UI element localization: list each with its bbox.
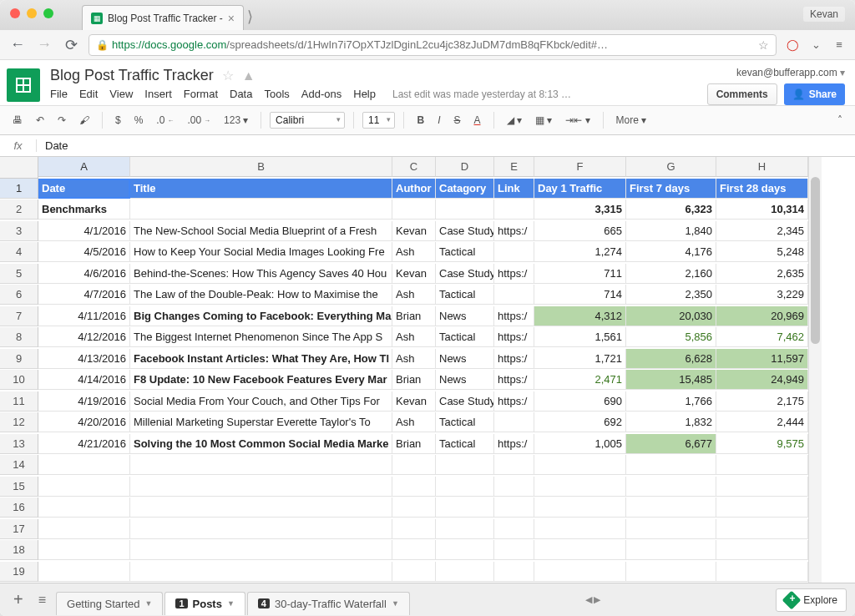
- browser-tab[interactable]: ▦ Blog Post Traffic Tracker - ×: [82, 5, 244, 30]
- menu-format[interactable]: Format: [184, 88, 218, 100]
- cell-title[interactable]: The New-School Social Media Blueprint of…: [130, 221, 392, 241]
- cell-empty[interactable]: [38, 497, 130, 518]
- header-cell[interactable]: First 28 days: [716, 179, 808, 199]
- cell-empty[interactable]: [626, 477, 716, 497]
- vertical-scrollbar[interactable]: [808, 157, 822, 583]
- cell-empty[interactable]: [716, 519, 808, 539]
- cell-d28[interactable]: 5,248: [716, 242, 808, 262]
- cell-empty[interactable]: [436, 497, 494, 518]
- cell-empty[interactable]: [716, 455, 808, 475]
- sheets-logo-icon[interactable]: [7, 68, 40, 102]
- cell-category[interactable]: Case Study: [436, 221, 494, 241]
- cell-empty[interactable]: [392, 455, 436, 475]
- header-cell[interactable]: Author: [392, 179, 436, 199]
- reload-button[interactable]: ⟳: [62, 36, 80, 54]
- cell-empty[interactable]: [534, 455, 626, 475]
- cell-d7[interactable]: 2,160: [626, 264, 716, 284]
- menu-edit[interactable]: Edit: [79, 88, 98, 100]
- cell-empty[interactable]: [436, 540, 494, 560]
- cell-empty[interactable]: [38, 519, 130, 539]
- collapse-toolbar-icon[interactable]: ˄: [833, 112, 847, 129]
- col-header-F[interactable]: F: [534, 157, 626, 177]
- benchmark-d1[interactable]: 3,315: [534, 199, 626, 220]
- cell-d28[interactable]: 2,175: [716, 391, 808, 412]
- cell-link[interactable]: https:/: [494, 327, 534, 347]
- cell-empty[interactable]: [534, 519, 626, 539]
- undo-icon[interactable]: ↶: [32, 112, 48, 129]
- cell-empty[interactable]: [392, 497, 436, 518]
- fill-color-icon[interactable]: ◢ ▾: [503, 112, 526, 129]
- new-tab-button[interactable]: ⟩: [247, 8, 253, 26]
- paint-format-icon[interactable]: 🖌: [75, 112, 94, 129]
- menu-data[interactable]: Data: [230, 88, 252, 100]
- cell-empty[interactable]: [38, 540, 130, 560]
- cell-d7[interactable]: 15,485: [626, 370, 716, 390]
- header-cell[interactable]: Catagory: [436, 179, 494, 199]
- cell-author[interactable]: Kevan: [392, 221, 436, 241]
- row-header[interactable]: 1: [0, 179, 38, 199]
- cell-d1[interactable]: 1,721: [534, 349, 626, 369]
- col-header-G[interactable]: G: [626, 157, 716, 177]
- more-toolbar[interactable]: More ▾: [612, 112, 650, 129]
- minimize-window-button[interactable]: [27, 8, 37, 18]
- cell-empty[interactable]: [626, 562, 716, 582]
- cell-empty[interactable]: [716, 540, 808, 560]
- cell-date[interactable]: 4/12/2016: [38, 327, 130, 347]
- document-title[interactable]: Blog Post Traffic Tracker: [50, 67, 214, 84]
- cell-d1[interactable]: 665: [534, 221, 626, 241]
- format-percent[interactable]: %: [130, 112, 148, 129]
- cell-empty[interactable]: [494, 540, 534, 560]
- address-bar[interactable]: 🔒 https://docs.google.com/spreadsheets/d…: [89, 34, 777, 56]
- header-cell[interactable]: Title: [130, 179, 392, 199]
- cell-empty[interactable]: [534, 562, 626, 582]
- menu-file[interactable]: File: [50, 88, 68, 100]
- cell-empty[interactable]: [494, 477, 534, 497]
- cell-author[interactable]: Kevan: [392, 264, 436, 284]
- bold-button[interactable]: B: [412, 112, 428, 129]
- col-header-H[interactable]: H: [716, 157, 808, 177]
- cell-author[interactable]: Ash: [392, 242, 436, 262]
- cell-d28[interactable]: 11,597: [716, 349, 808, 369]
- move-to-drive-icon[interactable]: ▲: [242, 68, 255, 83]
- benchmark-d28[interactable]: 10,314: [716, 199, 808, 220]
- cell-empty[interactable]: [38, 477, 130, 497]
- increase-decimal[interactable]: .00→: [183, 112, 215, 129]
- cell-category[interactable]: News: [436, 349, 494, 369]
- cell-category[interactable]: News: [436, 306, 494, 326]
- benchmarks-label[interactable]: Benchmarks: [38, 199, 130, 220]
- cell[interactable]: [392, 199, 436, 220]
- cell-d7[interactable]: 20,030: [626, 306, 716, 326]
- cell-link[interactable]: [494, 285, 534, 305]
- pocket-icon[interactable]: ⌄: [808, 38, 823, 53]
- spreadsheet-grid[interactable]: ABCDEFGH1DateTitleAuthorCatagoryLinkDay …: [0, 157, 855, 583]
- cell-link[interactable]: https:/: [494, 434, 534, 454]
- cell-title[interactable]: How to Keep Your Social Media Images Loo…: [130, 242, 392, 262]
- cell-d1[interactable]: 2,471: [534, 370, 626, 390]
- cell-empty[interactable]: [392, 562, 436, 582]
- sheet-tab-menu-icon[interactable]: ▼: [144, 599, 152, 608]
- cell-title[interactable]: The Biggest Internet Phenomenon Since Th…: [130, 327, 392, 347]
- close-tab-icon[interactable]: ×: [228, 12, 235, 25]
- cell-link[interactable]: [494, 412, 534, 432]
- cell-title[interactable]: Solving the 10 Most Common Social Media …: [130, 434, 392, 454]
- cell[interactable]: [130, 199, 392, 220]
- header-cell[interactable]: Link: [494, 179, 534, 199]
- cell-d28[interactable]: 9,575: [716, 434, 808, 454]
- close-window-button[interactable]: [10, 8, 20, 18]
- menu-view[interactable]: View: [109, 88, 133, 100]
- cell-d1[interactable]: 711: [534, 264, 626, 284]
- cell-d7[interactable]: 1,766: [626, 391, 716, 412]
- cell-d7[interactable]: 4,176: [626, 242, 716, 262]
- add-sheet-button[interactable]: +: [8, 590, 28, 609]
- cell-empty[interactable]: [38, 455, 130, 475]
- redo-icon[interactable]: ↷: [53, 112, 70, 129]
- cell-title[interactable]: Behind-the-Scenes: How This Agency Saves…: [130, 264, 392, 284]
- cell-category[interactable]: Tactical: [436, 412, 494, 432]
- header-cell[interactable]: First 7 days: [626, 179, 716, 199]
- cell-empty[interactable]: [626, 455, 716, 475]
- col-header-B[interactable]: B: [130, 157, 392, 177]
- cell-d1[interactable]: 4,312: [534, 306, 626, 326]
- cell-author[interactable]: Ash: [392, 285, 436, 305]
- cell-empty[interactable]: [130, 497, 392, 518]
- cell-category[interactable]: Case Study: [436, 391, 494, 412]
